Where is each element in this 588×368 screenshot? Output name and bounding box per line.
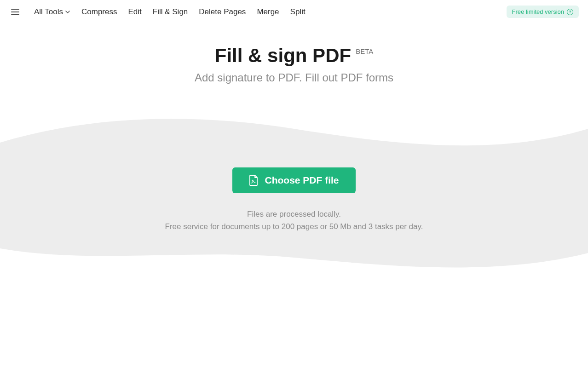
page-title: Fill & sign PDF BETA: [215, 45, 373, 67]
chevron-down-icon: [65, 9, 70, 15]
nav-compress[interactable]: Compress: [81, 7, 117, 17]
help-icon: ?: [567, 9, 573, 15]
upload-area: Choose PDF file Files are processed loca…: [0, 110, 588, 276]
upload-content: Choose PDF file Files are processed loca…: [0, 110, 588, 233]
nav-merge[interactable]: Merge: [257, 7, 279, 17]
nav-split[interactable]: Split: [290, 7, 306, 17]
nav-delete-pages[interactable]: Delete Pages: [199, 7, 246, 17]
nav-all-tools[interactable]: All Tools: [34, 7, 70, 17]
hamburger-menu-icon[interactable]: [9, 7, 21, 17]
choose-pdf-button[interactable]: Choose PDF file: [232, 167, 355, 193]
beta-tag: BETA: [356, 47, 373, 55]
nav-fill-sign[interactable]: Fill & Sign: [153, 7, 188, 17]
info-line-1: Files are processed locally.: [165, 208, 423, 220]
pdf-file-icon: [249, 175, 258, 186]
upload-info: Files are processed locally. Free servic…: [165, 208, 423, 233]
free-badge-text: Free limited version: [512, 8, 564, 15]
info-line-2: Free service for documents up to 200 pag…: [165, 220, 423, 233]
nav-all-tools-label: All Tools: [34, 7, 63, 17]
title-section: Fill & sign PDF BETA Add signature to PD…: [0, 45, 588, 84]
subtitle: Add signature to PDF. Fill out PDF forms: [0, 71, 588, 84]
nav-edit[interactable]: Edit: [128, 7, 141, 17]
nav-links: All Tools Compress Edit Fill & Sign Dele…: [34, 7, 306, 17]
free-version-badge[interactable]: Free limited version ?: [507, 6, 579, 18]
title-text: Fill & sign PDF: [215, 45, 351, 67]
header-nav: All Tools Compress Edit Fill & Sign Dele…: [0, 0, 588, 23]
choose-button-label: Choose PDF file: [265, 175, 339, 186]
